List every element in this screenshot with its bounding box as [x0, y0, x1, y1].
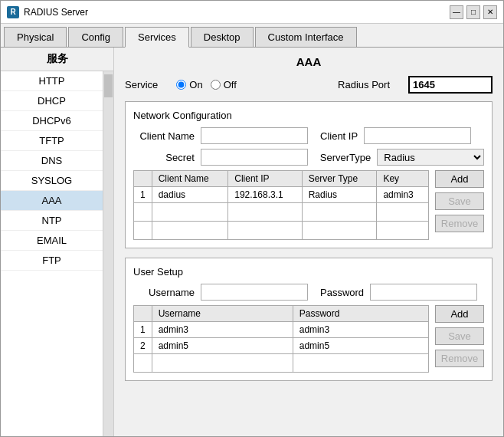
- user-row-password-1: admin3: [293, 322, 428, 338]
- user-setup-section: User Setup Username Password Username Pa…: [125, 258, 493, 381]
- maximize-button[interactable]: □: [466, 5, 480, 19]
- sidebar-item-dns[interactable]: DNS: [1, 151, 103, 171]
- sidebar-item-tftp[interactable]: TFTP: [1, 131, 103, 151]
- sidebar-item-email[interactable]: EMAIL: [1, 231, 103, 251]
- main-panel: AAA Service On Off Radius Port: [114, 48, 503, 436]
- radius-port-label: Radius Port: [338, 79, 390, 90]
- password-input[interactable]: [370, 284, 477, 301]
- client-name-row: Client Name Client IP: [133, 127, 484, 144]
- app-icon: R: [7, 6, 19, 18]
- user-table-row-1[interactable]: 1 admin3 admin3: [134, 322, 429, 338]
- sidebar: 服务 HTTP DHCP DHCPv6 TFTP DNS SYSLOG AAA …: [1, 48, 114, 436]
- service-row: Service On Off Radius Port: [125, 76, 493, 94]
- close-button[interactable]: ✕: [483, 5, 497, 19]
- user-row-num-2: 2: [134, 338, 152, 354]
- username-input[interactable]: [201, 284, 308, 301]
- network-table-buttons: Add Save Remove: [435, 170, 484, 240]
- user-add-button[interactable]: Add: [435, 305, 484, 323]
- client-name-label: Client Name: [133, 130, 195, 142]
- sidebar-item-http[interactable]: HTTP: [1, 71, 103, 91]
- network-table: Client Name Client IP Server Type Key 1 …: [133, 170, 429, 240]
- password-label: Password: [320, 287, 364, 298]
- user-setup-title: User Setup: [133, 266, 484, 278]
- network-remove-button[interactable]: Remove: [435, 215, 484, 232]
- sidebar-item-aaa[interactable]: AAA: [1, 191, 103, 211]
- service-radio-group: On Off: [176, 79, 236, 90]
- radius-port-input[interactable]: [408, 76, 493, 94]
- network-table-area: Client Name Client IP Server Type Key 1 …: [133, 170, 484, 240]
- user-col-password: Password: [293, 306, 428, 322]
- service-label: Service: [125, 79, 158, 90]
- user-col-num: [134, 306, 152, 322]
- user-remove-button[interactable]: Remove: [435, 350, 484, 367]
- tab-bar: Physical Config Services Desktop Custom …: [1, 24, 503, 48]
- sidebar-scrollbar[interactable]: [103, 71, 113, 436]
- col-client-ip: Client IP: [228, 171, 302, 187]
- sidebar-header: 服务: [1, 48, 113, 71]
- user-table: Username Password 1 admin3 admin3: [133, 305, 429, 373]
- window-title: RADIUS Server: [24, 7, 88, 18]
- client-ip-input[interactable]: [364, 127, 471, 144]
- section-title: AAA: [125, 55, 493, 68]
- col-num: [134, 171, 152, 187]
- network-config-section: Network Configuration Client Name Client…: [125, 101, 493, 248]
- client-name-input[interactable]: [201, 127, 308, 144]
- sidebar-item-ftp[interactable]: FTP: [1, 251, 103, 271]
- secret-input[interactable]: [201, 149, 308, 166]
- server-type-select[interactable]: Radius: [377, 149, 484, 166]
- user-table-area: Username Password 1 admin3 admin3: [133, 305, 484, 373]
- table-row-empty: [134, 203, 429, 222]
- user-row-username-2: admin5: [152, 338, 293, 354]
- radio-on-option[interactable]: On: [176, 79, 202, 90]
- tab-physical[interactable]: Physical: [4, 27, 67, 47]
- titlebar-left: R RADIUS Server: [7, 6, 88, 18]
- tab-config[interactable]: Config: [68, 27, 123, 47]
- sidebar-item-syslog[interactable]: SYSLOG: [1, 171, 103, 191]
- row-server-type-1: Radius: [302, 187, 377, 203]
- table-row[interactable]: 1 dadius 192.168.3.1 Radius admin3: [134, 187, 429, 203]
- username-label: Username: [133, 287, 195, 298]
- secret-row: Secret ServerType Radius: [133, 149, 484, 166]
- sidebar-item-dhcp[interactable]: DHCP: [1, 91, 103, 111]
- user-row-password-2: admin5: [293, 338, 428, 354]
- content-area: 服务 HTTP DHCP DHCPv6 TFTP DNS SYSLOG AAA …: [1, 48, 503, 436]
- sidebar-list: HTTP DHCP DHCPv6 TFTP DNS SYSLOG AAA NTP…: [1, 71, 103, 436]
- row-key-1: admin3: [377, 187, 429, 203]
- tab-services[interactable]: Services: [125, 27, 189, 48]
- tab-custom-interface[interactable]: Custom Interface: [255, 27, 357, 47]
- main-window: R RADIUS Server — □ ✕ Physical Config Se…: [0, 0, 504, 437]
- col-key: Key: [377, 171, 429, 187]
- sidebar-item-ntp[interactable]: NTP: [1, 211, 103, 231]
- radio-off-label: Off: [224, 79, 237, 90]
- username-row: Username Password: [133, 284, 484, 301]
- radio-on-label: On: [189, 79, 202, 90]
- radio-off-option[interactable]: Off: [211, 79, 237, 90]
- titlebar: R RADIUS Server — □ ✕: [1, 1, 503, 24]
- tab-desktop[interactable]: Desktop: [191, 27, 254, 47]
- network-save-button[interactable]: Save: [435, 192, 484, 210]
- col-client-name: Client Name: [152, 171, 228, 187]
- secret-label: Secret: [133, 152, 195, 163]
- client-ip-label: Client IP: [320, 130, 358, 142]
- radio-on-input[interactable]: [176, 80, 186, 90]
- user-row-username-1: admin3: [152, 322, 293, 338]
- network-config-title: Network Configuration: [133, 110, 484, 121]
- user-table-buttons: Add Save Remove: [435, 305, 484, 373]
- table-row-empty2: [134, 222, 429, 240]
- user-row-num-1: 1: [134, 322, 152, 338]
- user-save-button[interactable]: Save: [435, 327, 484, 345]
- minimize-button[interactable]: —: [450, 5, 463, 19]
- user-table-row-empty: [134, 354, 429, 373]
- server-type-label: ServerType: [320, 152, 371, 163]
- sidebar-item-dhcpv6[interactable]: DHCPv6: [1, 111, 103, 131]
- user-table-row-2[interactable]: 2 admin5 admin5: [134, 338, 429, 354]
- col-server-type: Server Type: [302, 171, 377, 187]
- user-col-username: Username: [152, 306, 293, 322]
- row-client-ip-1: 192.168.3.1: [228, 187, 302, 203]
- row-num-1: 1: [134, 187, 152, 203]
- row-client-name-1: dadius: [152, 187, 228, 203]
- radio-off-input[interactable]: [211, 80, 221, 90]
- network-add-button[interactable]: Add: [435, 170, 484, 188]
- window-controls: — □ ✕: [450, 5, 497, 19]
